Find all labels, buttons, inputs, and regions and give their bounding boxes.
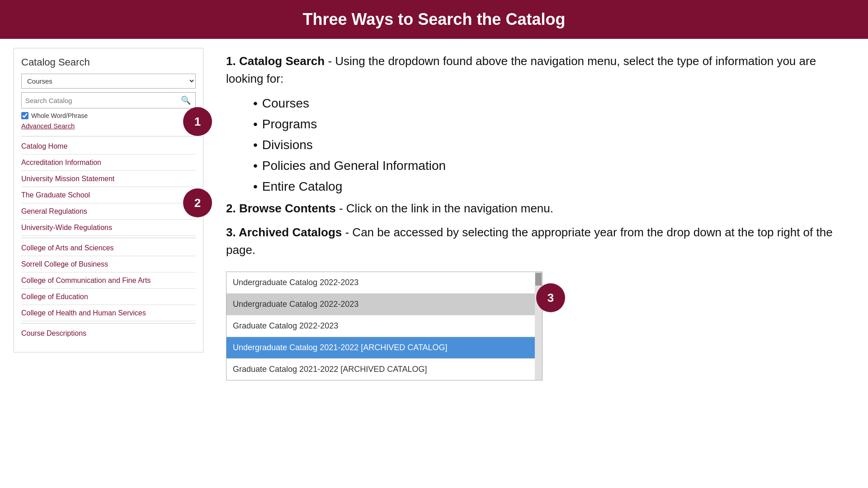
whole-word-checkbox[interactable] [21, 112, 28, 119]
sidebar-item-arts-sciences[interactable]: College of Arts and Sciences [21, 240, 196, 256]
sidebar-divider-3 [21, 323, 196, 324]
checkbox-row: Whole Word/Phrase [21, 112, 196, 119]
scroll-thumb [535, 273, 542, 286]
badge-2: 2 [183, 188, 212, 217]
catalog-options-list: Undergraduate Catalog 2022-2023 Undergra… [226, 272, 542, 380]
catalog-option-grad-2021-archived[interactable]: Graduate Catalog 2021-2022 [ARCHIVED CAT… [226, 359, 542, 380]
search-row: 🔍 [21, 92, 196, 108]
search-types-list: Courses Programs Divisions Policies and … [253, 94, 845, 196]
sidebar-item-accreditation[interactable]: Accreditation Information [21, 155, 196, 171]
list-item-courses: Courses [253, 94, 845, 113]
header-title: Three Ways to Search the Catalog [303, 10, 566, 28]
sidebar-item-health[interactable]: College of Health and Human Services [21, 305, 196, 321]
list-item-divisions: Divisions [253, 136, 845, 155]
badge-1: 1 [183, 107, 212, 136]
catalog-option-grad-2022[interactable]: Graduate Catalog 2022-2023 [226, 315, 542, 337]
main-content: 1 2 Catalog Search Courses Programs Divi… [0, 39, 868, 394]
section2-paragraph: 2. Browse Contents - Click on the link i… [226, 200, 845, 217]
sidebar-divider-2 [21, 238, 196, 238]
section1-heading: 1. Catalog Search [226, 54, 325, 68]
catalog-option-ug-2022-highlighted[interactable]: Undergraduate Catalog 2022-2023 [226, 294, 542, 315]
right-content: 1. Catalog Search - Using the dropdown f… [222, 48, 854, 385]
sidebar-item-education[interactable]: College of Education [21, 289, 196, 305]
sidebar-item-graduate-school[interactable]: The Graduate School [21, 187, 196, 203]
list-item-entire: Entire Catalog [253, 177, 845, 196]
sidebar-item-comm-fine-arts[interactable]: College of Communication and Fine Arts [21, 272, 196, 289]
whole-word-label: Whole Word/Phrase [31, 112, 88, 119]
sidebar-item-catalog-home[interactable]: Catalog Home [21, 138, 196, 155]
section3-heading: 3. Archived Catalogs [226, 225, 342, 239]
sidebar-item-university-regs[interactable]: University-Wide Regulations [21, 220, 196, 236]
sidebar-item-mission[interactable]: University Mission Statement [21, 171, 196, 187]
section3-paragraph: 3. Archived Catalogs - Can be accessed b… [226, 224, 845, 259]
sidebar-item-course-desc[interactable]: Course Descriptions [21, 325, 196, 341]
catalog-dropdown-widget[interactable]: Undergraduate Catalog 2022-2023 Undergra… [226, 272, 542, 380]
catalog-option-ug-2021-archived[interactable]: Undergraduate Catalog 2021-2022 [ARCHIVE… [226, 337, 542, 359]
list-item-policies: Policies and General Information [253, 156, 845, 175]
section2-heading: 2. Browse Contents [226, 202, 336, 215]
catalog-option-ug-2022-top[interactable]: Undergraduate Catalog 2022-2023 [226, 272, 542, 294]
sidebar-item-business[interactable]: Sorrell College of Business [21, 256, 196, 272]
search-input[interactable] [22, 94, 176, 107]
search-button[interactable]: 🔍 [176, 93, 195, 108]
catalog-type-dropdown[interactable]: Courses Programs Divisions Policies and … [21, 74, 196, 89]
advanced-search-link[interactable]: Advanced Search [21, 122, 196, 130]
sidebar-title: Catalog Search [21, 56, 196, 68]
sidebar: 1 2 Catalog Search Courses Programs Divi… [14, 48, 203, 352]
sidebar-divider [21, 136, 196, 136]
sidebar-item-general-regs[interactable]: General Regulations [21, 203, 196, 220]
page-header: Three Ways to Search the Catalog [0, 0, 868, 39]
badge-3: 3 [536, 283, 565, 312]
widget-inner: Undergraduate Catalog 2022-2023 Undergra… [226, 272, 542, 380]
list-item-programs: Programs [253, 115, 845, 134]
section2-text: - Click on the link in the navigation me… [339, 202, 553, 215]
catalog-widget-container: Undergraduate Catalog 2022-2023 Undergra… [226, 265, 542, 380]
section1-paragraph: 1. Catalog Search - Using the dropdown f… [226, 52, 845, 88]
